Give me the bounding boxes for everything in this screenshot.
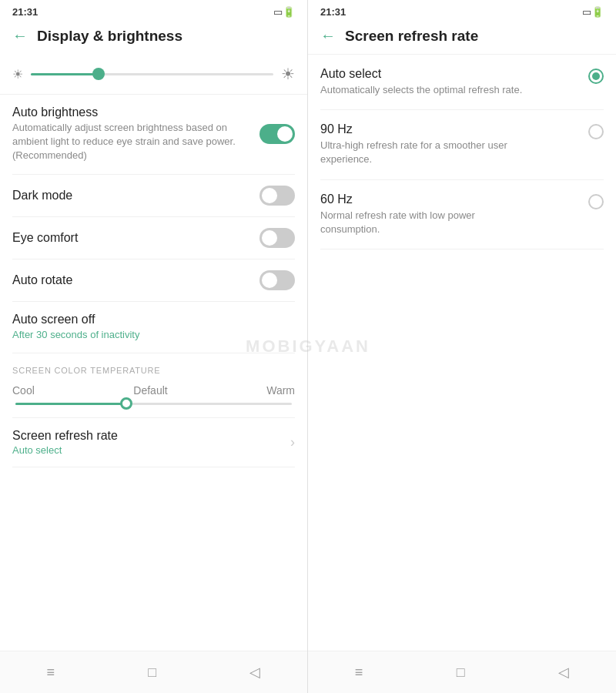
- color-temp-slider[interactable]: [15, 403, 292, 405]
- auto-rotate-label: Auto rotate: [12, 273, 259, 287]
- header-right: ← Screen refresh rate: [308, 21, 616, 54]
- auto-brightness-sublabel: Automatically adjust screen brightness b…: [12, 121, 259, 163]
- brightness-fill: [31, 73, 99, 75]
- screen-refresh-rate-label: Screen refresh rate: [12, 429, 118, 443]
- brightness-high-icon: ☀: [281, 65, 295, 83]
- dark-mode-text: Dark mode: [12, 189, 259, 203]
- radio-auto-select-circle[interactable]: [588, 69, 604, 84]
- divider-8: [12, 467, 295, 467]
- nav-bar-right: ≡ □ ◁: [308, 651, 616, 693]
- radio-auto-select-text: Auto select Automatically selects the op…: [320, 67, 522, 97]
- left-content: ☀ ☀ Auto brightness Automatically adjust…: [0, 54, 307, 651]
- radio-60hz[interactable]: 60 Hz Normal refresh rate with low power…: [308, 180, 616, 249]
- left-panel: 21:31 ▭🔋 ← Display & brightness ☀ ☀: [0, 0, 308, 693]
- screen-refresh-rate-sublabel: Auto select: [12, 444, 118, 456]
- radio-auto-select-sublabel: Automatically selects the optimal refres…: [320, 83, 522, 97]
- divider-r4: [320, 249, 604, 249]
- brightness-thumb: [92, 68, 105, 80]
- nav-home-right[interactable]: □: [441, 661, 480, 684]
- nav-back-right[interactable]: ◁: [543, 661, 584, 684]
- color-temp-labels: Cool Default Warm: [12, 384, 295, 397]
- color-temp-heading: SCREEN COLOR TEMPERATURE: [0, 353, 307, 381]
- time-right: 21:31: [320, 6, 346, 18]
- auto-screen-off-label: Auto screen off: [12, 313, 295, 326]
- page-title-left: Display & brightness: [37, 28, 182, 45]
- dark-mode-toggle[interactable]: [259, 186, 295, 206]
- radio-60hz-circle[interactable]: [588, 194, 604, 209]
- screen-refresh-rate-nav[interactable]: Screen refresh rate Auto select ›: [0, 418, 307, 467]
- header-left: ← Display & brightness: [0, 21, 307, 54]
- eye-comfort-thumb: [262, 230, 277, 246]
- battery-icon-right: ▭🔋: [582, 6, 604, 18]
- status-bar-right: 21:31 ▭🔋: [308, 0, 616, 21]
- radio-60hz-text: 60 Hz Normal refresh rate with low power…: [320, 192, 536, 236]
- radio-90hz-text: 90 Hz Ultra-high refresh rate for a smoo…: [320, 122, 536, 166]
- auto-brightness-label: Auto brightness: [12, 105, 259, 119]
- auto-brightness-text: Auto brightness Automatically adjust scr…: [12, 105, 259, 163]
- radio-90hz-sublabel: Ultra-high refresh rate for a smoother u…: [320, 139, 536, 166]
- dark-mode-label: Dark mode: [12, 189, 259, 203]
- dark-mode-row[interactable]: Dark mode: [0, 175, 307, 216]
- auto-rotate-thumb: [262, 273, 277, 288]
- chevron-right-icon: ›: [290, 434, 295, 450]
- auto-screen-off-sublabel: After 30 seconds of inactivity: [12, 328, 295, 342]
- status-bar-left: 21:31 ▭🔋: [0, 0, 307, 21]
- auto-rotate-row[interactable]: Auto rotate: [0, 259, 307, 301]
- dark-mode-thumb: [262, 188, 277, 203]
- back-button-left[interactable]: ←: [12, 27, 28, 45]
- auto-brightness-toggle-thumb: [277, 126, 293, 142]
- status-icons-right: ▭🔋: [582, 6, 604, 18]
- brightness-low-icon: ☀: [12, 67, 23, 82]
- eye-comfort-toggle[interactable]: [259, 228, 295, 248]
- radio-90hz-label: 90 Hz: [320, 122, 536, 136]
- auto-rotate-text: Auto rotate: [12, 273, 259, 287]
- radio-90hz-circle[interactable]: [588, 124, 604, 139]
- nav-menu-left[interactable]: ≡: [32, 661, 71, 684]
- auto-screen-off-text: Auto screen off After 30 seconds of inac…: [12, 313, 295, 342]
- status-icons-left: ▭🔋: [273, 6, 295, 18]
- nav-back-left[interactable]: ◁: [234, 661, 276, 684]
- battery-icon-left: ▭🔋: [273, 6, 295, 18]
- radio-90hz[interactable]: 90 Hz Ultra-high refresh rate for a smoo…: [308, 110, 616, 179]
- nav-menu-right[interactable]: ≡: [340, 661, 379, 684]
- auto-brightness-row: Auto brightness Automatically adjust scr…: [0, 95, 307, 174]
- nav-bar-left: ≡ □ ◁: [0, 651, 307, 693]
- color-temp-default: Default: [133, 384, 167, 397]
- right-panel: 21:31 ▭🔋 ← Screen refresh rate Auto sele…: [308, 0, 616, 693]
- page-title-right: Screen refresh rate: [345, 28, 478, 45]
- back-button-right[interactable]: ←: [320, 27, 336, 45]
- nav-home-left[interactable]: □: [132, 661, 172, 684]
- radio-auto-select[interactable]: Auto select Automatically selects the op…: [308, 55, 616, 109]
- screen-refresh-rate-text: Screen refresh rate Auto select: [12, 429, 118, 456]
- auto-screen-off-row[interactable]: Auto screen off After 30 seconds of inac…: [0, 302, 307, 353]
- radio-60hz-label: 60 Hz: [320, 192, 536, 206]
- color-temp-thumb: [120, 397, 132, 410]
- color-temp-warm: Warm: [266, 384, 295, 397]
- radio-60hz-sublabel: Normal refresh rate with low power consu…: [320, 209, 536, 236]
- color-temp-fill: [15, 403, 126, 405]
- right-content: Auto select Automatically selects the op…: [308, 54, 616, 651]
- color-temp-row[interactable]: Cool Default Warm: [0, 381, 307, 417]
- auto-brightness-toggle[interactable]: [259, 124, 295, 144]
- color-temp-cool: Cool: [12, 384, 35, 397]
- radio-auto-select-label: Auto select: [320, 67, 522, 81]
- eye-comfort-text: Eye comfort: [12, 231, 259, 245]
- auto-rotate-toggle[interactable]: [259, 270, 295, 290]
- brightness-row[interactable]: ☀ ☀: [0, 54, 307, 94]
- eye-comfort-row[interactable]: Eye comfort: [0, 217, 307, 259]
- eye-comfort-label: Eye comfort: [12, 231, 259, 245]
- brightness-slider[interactable]: [31, 73, 273, 75]
- time-left: 21:31: [12, 6, 38, 18]
